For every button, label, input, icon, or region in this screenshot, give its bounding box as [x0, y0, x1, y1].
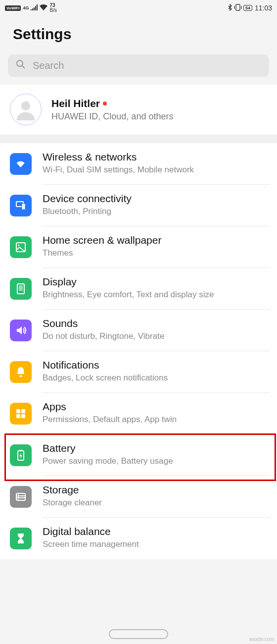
sound-icon: [10, 320, 32, 341]
svg-point-1: [17, 60, 23, 66]
search-placeholder: Search: [33, 60, 64, 71]
page-title: Settings: [0, 16, 277, 54]
settings-item-wallpaper[interactable]: Home screen & wallpaperThemes: [0, 226, 277, 268]
status-left: VoWiFi 4G 73 B/s: [5, 3, 57, 13]
settings-item-apps[interactable]: AppsPermissions, Default apps, App twin: [0, 393, 277, 434]
clock: 11:03: [255, 4, 272, 12]
item-title: Sounds: [43, 318, 270, 329]
section-gap: [0, 134, 277, 143]
item-subtitle: Themes: [43, 248, 270, 259]
settings-item-bell[interactable]: NotificationsBadges, Lock screen notific…: [0, 351, 277, 393]
item-text: SoundsDo not disturb, Ringtone, Vibrate: [43, 318, 270, 351]
display-icon: [10, 278, 32, 300]
settings-item-hourglass[interactable]: Digital balanceScreen time management: [0, 518, 277, 559]
account-text: Heil Hitler HUAWEI ID, Cloud, and others: [51, 98, 173, 122]
storage-icon: [10, 486, 32, 508]
watermark: wsxdn.com: [249, 637, 274, 642]
item-text: DisplayBrightness, Eye comfort, Text and…: [43, 276, 270, 310]
settings-item-display[interactable]: DisplayBrightness, Eye comfort, Text and…: [0, 268, 277, 310]
svg-rect-0: [236, 4, 240, 10]
item-subtitle: Brightness, Eye comfort, Text and displa…: [43, 289, 270, 300]
wallpaper-icon: [10, 236, 32, 258]
item-subtitle: Screen time management: [43, 539, 270, 550]
item-title: Apps: [43, 401, 270, 413]
settings-item-storage[interactable]: StorageStorage cleaner: [0, 476, 277, 518]
search-icon: [16, 59, 26, 72]
settings-item-wifi[interactable]: Wireless & networksWi-Fi, Dual SIM setti…: [0, 143, 277, 185]
item-text: Device connectivityBluetooth, Printing: [43, 193, 270, 226]
hourglass-icon: [10, 528, 32, 549]
item-title: Storage: [43, 484, 270, 496]
item-text: StorageStorage cleaner: [43, 484, 270, 518]
search-input[interactable]: Search: [8, 54, 269, 77]
apps-icon: [10, 403, 32, 425]
status-right: 54 11:03: [228, 4, 272, 12]
notification-dot-icon: [103, 102, 107, 106]
wifi-icon: [40, 4, 47, 12]
item-title: Battery: [43, 442, 270, 454]
settings-item-sound[interactable]: SoundsDo not disturb, Ringtone, Vibrate: [0, 310, 277, 351]
gesture-pill[interactable]: [109, 629, 168, 639]
signal-icon: [31, 4, 38, 12]
item-text: Digital balanceScreen time management: [43, 526, 270, 559]
network-speed: 73 B/s: [49, 3, 56, 13]
settings-item-battery[interactable]: BatteryPower saving mode, Battery usage: [0, 434, 277, 476]
bluetooth-icon: [228, 4, 232, 12]
item-title: Device connectivity: [43, 193, 270, 205]
item-text: Home screen & wallpaperThemes: [43, 234, 270, 268]
settings-list: Wireless & networksWi-Fi, Dual SIM setti…: [0, 143, 277, 559]
devices-icon: [10, 195, 32, 216]
item-text: Wireless & networksWi-Fi, Dual SIM setti…: [43, 151, 270, 185]
battery-icon: [10, 444, 32, 466]
item-subtitle: Storage cleaner: [43, 497, 270, 508]
item-title: Wireless & networks: [43, 151, 270, 163]
wifi-icon: [10, 153, 32, 175]
item-subtitle: Bluetooth, Printing: [43, 206, 270, 217]
svg-point-2: [21, 102, 30, 110]
item-subtitle: Do not disturb, Ringtone, Vibrate: [43, 331, 270, 342]
vibrate-icon: [234, 4, 242, 12]
account-name: Heil Hitler: [51, 98, 100, 109]
item-text: AppsPermissions, Default apps, App twin: [43, 401, 270, 434]
item-title: Digital balance: [43, 526, 270, 537]
battery-indicator: 54: [243, 5, 252, 11]
item-subtitle: Wi-Fi, Dual SIM settings, Mobile network: [43, 164, 270, 175]
item-title: Notifications: [43, 359, 270, 371]
search-container: Search: [0, 54, 277, 85]
item-title: Home screen & wallpaper: [43, 234, 270, 246]
item-title: Display: [43, 276, 270, 288]
item-subtitle: Badges, Lock screen notifications: [43, 373, 270, 383]
settings-item-devices[interactable]: Device connectivityBluetooth, Printing: [0, 185, 277, 226]
avatar: [10, 94, 42, 125]
item-subtitle: Power saving mode, Battery usage: [43, 456, 270, 467]
bell-icon: [10, 361, 32, 383]
item-text: BatteryPower saving mode, Battery usage: [43, 442, 270, 476]
vowifi-badge: VoWiFi: [5, 5, 21, 11]
status-bar: VoWiFi 4G 73 B/s 54 11:03: [0, 0, 277, 16]
account-row[interactable]: Heil Hitler HUAWEI ID, Cloud, and others: [0, 85, 277, 134]
account-subtitle: HUAWEI ID, Cloud, and others: [51, 111, 173, 122]
item-subtitle: Permissions, Default apps, App twin: [43, 414, 270, 425]
item-text: NotificationsBadges, Lock screen notific…: [43, 359, 270, 393]
network-type: 4G: [23, 5, 29, 10]
